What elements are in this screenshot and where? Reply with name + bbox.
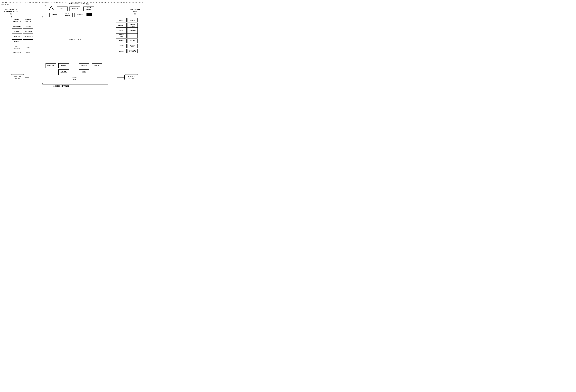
mirrors-key[interactable]: MIRRORS (79, 63, 89, 68)
auto-keys-bracket (11, 16, 42, 17)
animation-key[interactable]: ANIMATION (127, 28, 138, 33)
weather-key[interactable]: WEATHER (12, 34, 22, 39)
label-232e: 232e (138, 2, 141, 3)
indicator-device-left: INDICATORDEVICE (11, 74, 24, 80)
label-232g: 232g (1, 3, 4, 5)
label-211a: 211a (38, 2, 40, 3)
display-area: DISPLAY (38, 18, 112, 61)
label-227: 227 (5, 3, 7, 5)
shift-triangle[interactable] (49, 6, 54, 10)
split-screen-key[interactable]: SPLITSCREEN (62, 13, 73, 17)
label-219n: 219n (122, 2, 125, 3)
indicator-device-right: INDICATORDE VICE (124, 74, 138, 80)
reset-key[interactable]: RESET (23, 51, 33, 55)
shift-label: SHIFT (4, 2, 8, 3)
automobile-control-keys-title: AUTOMOBILECONTROL KEYS211 (2, 8, 20, 15)
empty-219k-key (127, 33, 138, 38)
diagram-number: 117 (45, 2, 47, 4)
warnings-key[interactable]: WARNINGS (23, 29, 33, 34)
operating-keys-bracket (46, 5, 103, 6)
label-232d: 232d (135, 2, 137, 3)
engine-controls-key[interactable]: ENGINECONTROLS (12, 18, 22, 23)
label-219m: 219m (116, 2, 119, 3)
label-215h: 215h (27, 2, 29, 3)
line-display-left (38, 61, 38, 63)
voice-key[interactable]: VOICE (116, 39, 127, 43)
climate-key[interactable]: CLIMATE (116, 23, 127, 27)
label-211c: 211c (50, 2, 52, 3)
label-219d: 219d (101, 2, 103, 3)
demo-key[interactable]: DEMO (23, 45, 33, 50)
visual-key[interactable]: VISUAL (116, 44, 127, 48)
label-215g: 215g (24, 2, 27, 3)
zoom-plus-key[interactable]: ZOOM(+) (69, 6, 80, 11)
label-215d: 215d (15, 2, 17, 3)
wipers-key[interactable]: WIPERS (92, 63, 102, 68)
windows-key[interactable]: WINDOWS (46, 63, 56, 68)
menu-key[interactable]: MENU (116, 28, 127, 33)
label-232f: 232f (141, 2, 144, 3)
label-215a: 215a (1, 2, 4, 3)
indicator-right-line (117, 77, 124, 78)
emergency-key[interactable]: EMERGENCY (12, 51, 22, 55)
line-display-right (112, 61, 112, 63)
accessory-keys-bracket (114, 16, 144, 17)
zoom-away-key[interactable]: ZOOMAWAY(-) (84, 6, 94, 11)
seats-key[interactable]: SEATS (116, 18, 127, 23)
label-211i: 211i (47, 2, 49, 3)
doors-key[interactable]: DOORS (58, 63, 69, 68)
under-hood-key[interactable]: UNDERHOOD (79, 69, 89, 75)
users-view-key[interactable]: USER'SVIEW (69, 76, 79, 81)
label-219g: 219g (119, 2, 122, 3)
empty-211l-key (23, 39, 33, 44)
index-key[interactable]: INDEX (116, 49, 127, 53)
label-219k: 219k (104, 2, 106, 3)
planners-calendar-key[interactable]: PLANNERSCALENDAR (127, 49, 138, 53)
drivetrain-key[interactable]: DRIVETRAIN (12, 24, 22, 28)
access-keys-title: ACCESS KEYS 232 (53, 85, 69, 87)
diagnostics-key[interactable]: DIAGNOSTICS (23, 34, 33, 39)
brightness-label: BRIGHTNESS (30, 2, 37, 3)
audio-system-key[interactable]: AUDIOSYSTEM (127, 23, 138, 27)
navigate-key[interactable]: NAVIGATE (12, 29, 22, 34)
quick-tips-key[interactable]: QUICKTIPS (116, 33, 127, 38)
setup-key[interactable]: SET-UP (50, 13, 60, 17)
indicator-left-line (25, 77, 29, 78)
access-keys-bracket (42, 83, 108, 84)
enter-key[interactable]: ENTER (57, 6, 67, 11)
accessory-keys-title: ACCESSORYKEYS219 (126, 8, 144, 15)
label-229: 229 (7, 3, 9, 5)
label-211j: 211j (53, 2, 55, 3)
lights-acc-key[interactable]: LIGHTS (127, 18, 138, 23)
label-232c: 232c (132, 2, 134, 3)
lights-key[interactable]: LIGHTS (23, 24, 33, 28)
label-211h: 211h (41, 2, 44, 3)
label-219e: 219e (107, 2, 110, 3)
security-system-key[interactable]: SECURITYSYSTEM (23, 18, 33, 23)
label-232a: 232a (125, 2, 128, 3)
online-key[interactable]: ONLINE (127, 39, 138, 43)
label-232b: 232b (129, 2, 131, 3)
phone-fax-key[interactable]: PHONEFAX (127, 44, 138, 48)
op-keys-line-left (55, 5, 55, 7)
diagram: 117 OPERATING KEYS 215 215a SHIFT 215b E… (1, 1, 144, 100)
label-215e: 215e (18, 2, 21, 3)
label-219f: 219f (113, 2, 115, 3)
label-215f: 215f (21, 2, 24, 3)
smart-driving-key[interactable]: SMARTDRIVING (12, 45, 22, 50)
trunk-storage-key[interactable]: TRUNKSTORAGE (58, 69, 69, 75)
label-215c: 215c (12, 2, 14, 3)
label-219l: 219ℓ (110, 2, 113, 3)
release-key[interactable]: RELEASE (74, 13, 85, 17)
brightness-key[interactable] (86, 13, 97, 16)
traffic-key[interactable]: TRAFFIC (12, 39, 22, 44)
label-215b: 215b (9, 2, 11, 3)
